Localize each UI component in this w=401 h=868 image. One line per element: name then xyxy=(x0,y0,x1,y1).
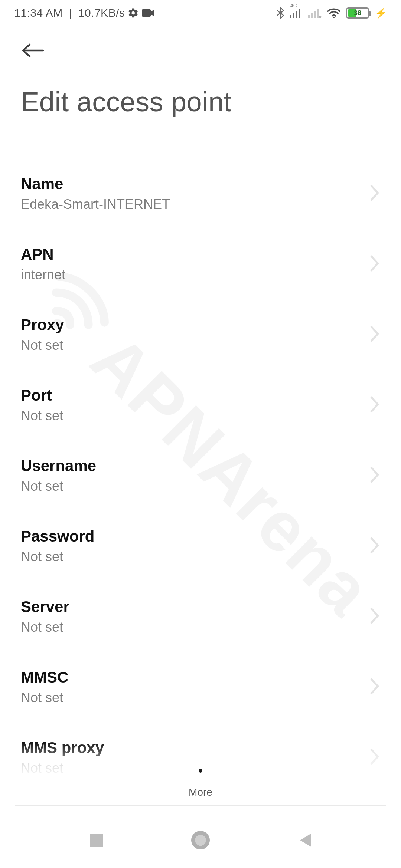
charging-icon: ⚡ xyxy=(375,7,387,19)
square-icon xyxy=(90,834,103,847)
svg-rect-1 xyxy=(290,15,291,18)
chevron-right-icon xyxy=(369,536,380,556)
setting-label: MMS proxy xyxy=(21,739,104,757)
setting-row-texts: PortNot set xyxy=(21,387,63,424)
setting-value: Edeka-Smart-INTERNET xyxy=(21,197,170,212)
gear-icon xyxy=(128,7,139,19)
status-left: 11:34 AM | 10.7KB/s xyxy=(14,7,154,19)
bottom-divider xyxy=(15,805,386,806)
chevron-right-icon xyxy=(369,325,380,344)
more-icon xyxy=(199,769,202,773)
svg-rect-2 xyxy=(293,13,294,18)
settings-list: NameEdeka-Smart-INTERNETAPNinternetProxy… xyxy=(0,158,401,793)
setting-value: internet xyxy=(21,267,65,283)
svg-rect-4 xyxy=(299,9,300,18)
signal-4g-icon: 4G xyxy=(290,8,303,18)
setting-label: MMSC xyxy=(21,668,68,686)
setting-row-texts: NameEdeka-Smart-INTERNET xyxy=(21,175,170,212)
setting-row-texts: ServerNot set xyxy=(21,598,69,635)
battery-percent: 38 xyxy=(347,9,368,17)
svg-text:✕: ✕ xyxy=(318,15,322,18)
setting-row-texts: MMSCNot set xyxy=(21,668,68,706)
setting-row-username[interactable]: UsernameNot set xyxy=(0,440,401,511)
circle-icon xyxy=(191,831,210,849)
status-right: 4G ✕ 38 ⚡ xyxy=(276,7,387,19)
setting-row-proxy[interactable]: ProxyNot set xyxy=(0,299,401,370)
chevron-right-icon xyxy=(369,184,380,203)
setting-value: Not set xyxy=(21,338,64,353)
more-label: More xyxy=(189,786,212,798)
setting-label: APN xyxy=(21,246,65,263)
nav-back-button[interactable] xyxy=(293,829,316,851)
setting-value: Not set xyxy=(21,549,94,565)
header: Edit access point xyxy=(0,26,401,118)
svg-rect-6 xyxy=(311,13,313,18)
setting-value: Not set xyxy=(21,619,69,635)
setting-row-server[interactable]: ServerNot set xyxy=(0,581,401,652)
setting-label: Port xyxy=(21,387,63,404)
more-button[interactable] xyxy=(190,760,211,781)
signal-4g-label: 4G xyxy=(290,3,297,9)
svg-point-10 xyxy=(333,17,335,18)
setting-label: Server xyxy=(21,598,69,616)
svg-rect-5 xyxy=(308,15,310,18)
chevron-right-icon xyxy=(369,677,380,697)
setting-row-texts: APNinternet xyxy=(21,246,65,283)
setting-row-texts: PasswordNot set xyxy=(21,527,94,565)
setting-label: Name xyxy=(21,175,170,193)
setting-row-texts: UsernameNot set xyxy=(21,457,96,494)
setting-value: Not set xyxy=(21,408,63,424)
status-net-speed: 10.7KB/s xyxy=(78,7,125,19)
setting-row-mmsc[interactable]: MMSCNot set xyxy=(0,652,401,722)
chevron-right-icon xyxy=(369,466,380,485)
triangle-left-icon xyxy=(297,832,312,848)
svg-rect-7 xyxy=(314,11,316,18)
status-separator: | xyxy=(66,7,75,19)
setting-row-apn[interactable]: APNinternet xyxy=(0,229,401,299)
battery-icon: 38 xyxy=(346,7,369,19)
chevron-right-icon xyxy=(369,254,380,274)
camera-icon xyxy=(142,9,154,17)
android-nav-bar xyxy=(0,812,401,868)
back-button[interactable] xyxy=(21,37,48,64)
setting-row-texts: ProxyNot set xyxy=(21,316,64,353)
setting-label: Username xyxy=(21,457,96,475)
status-bar: 11:34 AM | 10.7KB/s 4G ✕ 38 ⚡ xyxy=(0,0,401,26)
setting-value: Not set xyxy=(21,479,96,494)
nav-home-button[interactable] xyxy=(189,829,212,851)
setting-row-password[interactable]: PasswordNot set xyxy=(0,511,401,581)
chevron-right-icon xyxy=(369,607,380,626)
setting-label: Password xyxy=(21,527,94,545)
wifi-icon xyxy=(327,7,341,19)
svg-rect-3 xyxy=(296,11,297,18)
setting-row-port[interactable]: PortNot set xyxy=(0,370,401,440)
signal-nosim-icon: ✕ xyxy=(308,8,322,18)
setting-label: Proxy xyxy=(21,316,64,334)
setting-row-name[interactable]: NameEdeka-Smart-INTERNET xyxy=(0,158,401,229)
status-time: 11:34 AM xyxy=(14,7,63,19)
bluetooth-icon xyxy=(276,7,284,19)
nav-recent-button[interactable] xyxy=(85,829,108,851)
svg-rect-0 xyxy=(142,9,151,17)
arrow-left-icon xyxy=(21,43,45,58)
bottom-action-bar: More xyxy=(0,760,401,798)
page-title: Edit access point xyxy=(21,86,380,118)
chevron-right-icon xyxy=(369,395,380,415)
setting-value: Not set xyxy=(21,690,68,706)
